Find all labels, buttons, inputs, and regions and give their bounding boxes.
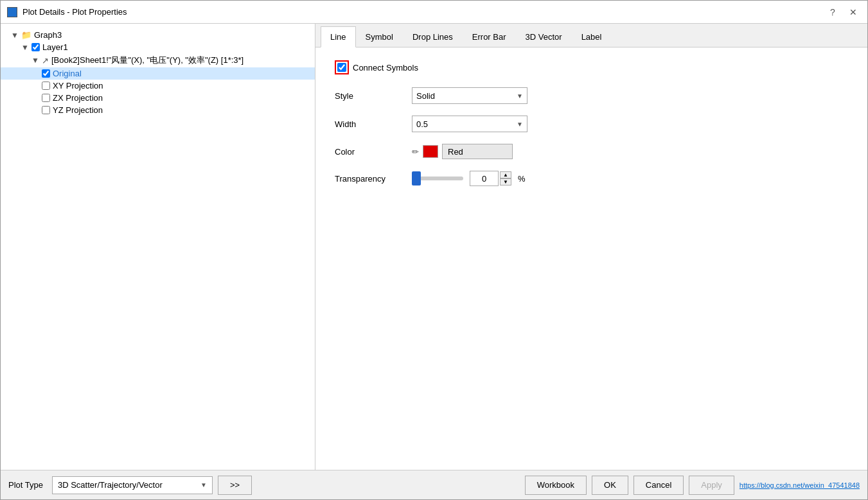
expand-icon-layer: ▼ xyxy=(21,43,29,52)
yz-checkbox[interactable] xyxy=(42,106,50,114)
tree-label-layer1: Layer1 xyxy=(42,42,68,52)
tree-panel: ▼ 📁 Graph3 ▼ Layer1 ▼ ↗ [Book2]Sheet1!"风… xyxy=(1,24,315,470)
dialog-icon xyxy=(7,7,17,17)
expand-icon-dataset: ▼ xyxy=(31,56,39,65)
cancel-button[interactable]: Cancel xyxy=(633,476,684,495)
tree-item-layer1[interactable]: ▼ Layer1 xyxy=(1,41,315,53)
tree-item-graph3[interactable]: ▼ 📁 Graph3 xyxy=(1,29,315,41)
width-label: Width xyxy=(335,119,412,129)
plot-type-dropdown-arrow: ▼ xyxy=(200,481,207,488)
tab-label[interactable]: Label xyxy=(572,26,612,47)
title-bar: Plot Details - Plot Properties ? ✕ xyxy=(1,1,867,24)
right-panel: Line Symbol Drop Lines Error Bar 3D Vect… xyxy=(315,24,867,470)
style-value: Solid xyxy=(416,91,435,101)
transparency-slider-thumb[interactable] xyxy=(412,171,421,185)
scatter-icon: ↗ xyxy=(42,56,49,65)
transparency-controls: ▲ ▼ % xyxy=(412,171,526,186)
tab-symbol[interactable]: Symbol xyxy=(356,26,403,47)
status-url[interactable]: https://blog.csdn.net/weixin_47541848 xyxy=(740,481,860,489)
bottom-bar: Plot Type 3D Scatter/Trajectory/Vector ▼… xyxy=(1,470,867,499)
tab-errorbar[interactable]: Error Bar xyxy=(463,26,516,47)
style-label: Style xyxy=(335,91,412,101)
tree-item-dataset[interactable]: ▼ ↗ [Book2]Sheet1!"风量"(X), "电压"(Y), "效率"… xyxy=(1,53,315,67)
spinner-up-button[interactable]: ▲ xyxy=(500,171,511,178)
width-value: 0.5 xyxy=(416,119,428,129)
close-button[interactable]: ✕ xyxy=(846,4,861,20)
tab-3dvector[interactable]: 3D Vector xyxy=(516,26,572,47)
title-bar-left: Plot Details - Plot Properties xyxy=(7,7,127,17)
transparency-label: Transparency xyxy=(335,174,412,184)
tree-item-xy[interactable]: XY Projection xyxy=(1,80,315,92)
width-dropdown-arrow: ▼ xyxy=(517,121,523,128)
folder-icon: 📁 xyxy=(21,30,31,40)
tree-label-xy: XY Projection xyxy=(53,81,103,91)
connect-symbols-row: Connect Symbols xyxy=(335,60,848,74)
color-control: ✏ Red xyxy=(412,144,513,159)
spinner-wrap: ▲ ▼ xyxy=(470,171,511,186)
color-row: Color ✏ Red xyxy=(335,144,848,159)
style-dropdown-arrow: ▼ xyxy=(517,92,523,99)
ok-button[interactable]: OK xyxy=(592,476,628,495)
color-text[interactable]: Red xyxy=(442,144,513,159)
tree-item-original[interactable]: Original xyxy=(1,67,315,80)
color-swatch[interactable] xyxy=(423,145,438,158)
tree-label-graph3: Graph3 xyxy=(34,30,62,40)
content-area: Connect Symbols Style Solid ▼ Width 0.5 … xyxy=(315,47,867,470)
plot-type-label: Plot Type xyxy=(8,480,43,490)
tabs-bar: Line Symbol Drop Lines Error Bar 3D Vect… xyxy=(315,24,867,47)
width-dropdown[interactable]: 0.5 ▼ xyxy=(412,116,527,132)
transparency-input[interactable] xyxy=(470,171,499,186)
forward-button[interactable]: >> xyxy=(218,476,252,495)
connect-symbols-checkbox[interactable] xyxy=(337,63,346,72)
style-dropdown[interactable]: Solid ▼ xyxy=(412,87,527,104)
tree-label-original: Original xyxy=(53,69,82,78)
connect-symbols-label: Connect Symbols xyxy=(353,63,418,73)
transparency-row: Transparency ▲ ▼ % xyxy=(335,171,848,186)
tree-item-zx[interactable]: ZX Projection xyxy=(1,92,315,104)
tree-item-yz[interactable]: YZ Projection xyxy=(1,104,315,116)
workbook-button[interactable]: Workbook xyxy=(525,476,587,495)
layer1-checkbox[interactable] xyxy=(31,43,40,51)
title-bar-controls: ? ✕ xyxy=(825,4,861,20)
transparency-slider-track xyxy=(412,177,463,180)
percent-label: % xyxy=(518,174,526,184)
spinner-down-button[interactable]: ▼ xyxy=(500,178,511,185)
pencil-icon[interactable]: ✏ xyxy=(412,147,419,157)
zx-checkbox[interactable] xyxy=(42,94,50,102)
width-row: Width 0.5 ▼ xyxy=(335,116,848,132)
tab-line[interactable]: Line xyxy=(321,26,356,47)
original-checkbox[interactable] xyxy=(42,69,50,78)
xy-checkbox[interactable] xyxy=(42,82,50,90)
plot-details-dialog: Plot Details - Plot Properties ? ✕ ▼ 📁 G… xyxy=(0,0,868,500)
plot-type-dropdown[interactable]: 3D Scatter/Trajectory/Vector ▼ xyxy=(52,476,213,494)
color-label: Color xyxy=(335,147,412,157)
style-row: Style Solid ▼ xyxy=(335,87,848,104)
tab-droplines[interactable]: Drop Lines xyxy=(403,26,463,47)
apply-button[interactable]: Apply xyxy=(689,476,734,495)
expand-icon: ▼ xyxy=(11,31,19,40)
spinner-buttons: ▲ ▼ xyxy=(500,171,511,185)
connect-checkbox-wrapper xyxy=(335,60,349,74)
tree-label-dataset: [Book2]Sheet1!"风量"(X), "电压"(Y), "效率"(Z) … xyxy=(51,55,244,66)
help-button[interactable]: ? xyxy=(825,4,840,20)
main-area: ▼ 📁 Graph3 ▼ Layer1 ▼ ↗ [Book2]Sheet1!"风… xyxy=(1,24,867,470)
tree-label-yz: YZ Projection xyxy=(53,105,103,115)
tree-label-zx: ZX Projection xyxy=(53,93,103,103)
plot-type-value: 3D Scatter/Trajectory/Vector xyxy=(58,480,163,490)
dialog-title: Plot Details - Plot Properties xyxy=(22,7,127,17)
